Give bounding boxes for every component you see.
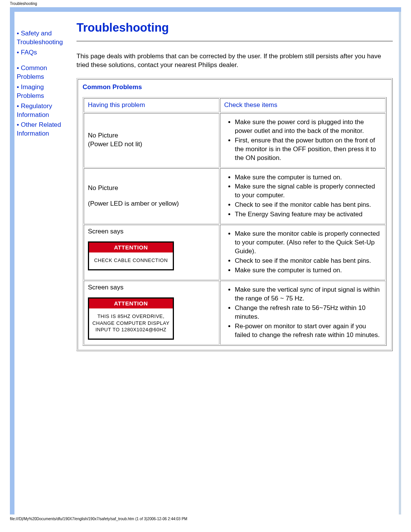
problems-grid: Having this problem Check these items No… (83, 97, 387, 346)
check-item: The Energy Saving feature may be activat… (235, 210, 381, 219)
problem-cell: Screen says ATTENTION CHECK CABLE CONNEC… (84, 225, 219, 280)
sidebar-item-regulatory[interactable]: • Regulatory Information (17, 102, 68, 120)
sidebar-nav: • Safety and Troubleshooting • FAQs • Co… (14, 12, 70, 140)
problem-cell: No Picture (Power LED not lit) (84, 113, 219, 168)
sidebar-item-safety[interactable]: • Safety and Troubleshooting (17, 29, 68, 47)
table-row: No Picture (Power LED is amber or yellow… (84, 168, 386, 224)
problem-line: No Picture (88, 184, 215, 193)
check-cell: Make sure the computer is turned on. Mak… (220, 168, 386, 224)
sidebar-item-common[interactable]: • Common Problems (17, 64, 68, 81)
problem-line: No Picture (88, 131, 215, 140)
sidebar-item-imaging[interactable]: • Imaging Problems (17, 83, 68, 101)
table-row: Screen says ATTENTION THIS IS 85HZ OVERD… (84, 281, 386, 345)
sidebar-link[interactable]: Common Problems (17, 64, 47, 80)
table-row: Screen says ATTENTION CHECK CABLE CONNEC… (84, 225, 386, 280)
header-row: Having this problem Check these items (84, 98, 386, 112)
attention-box: ATTENTION THIS IS 85HZ OVERDRIVE, CHANGE… (88, 297, 174, 340)
check-item: Make sure the monitor cable is properly … (235, 230, 381, 256)
check-cell: Make sure the monitor cable is properly … (220, 225, 386, 280)
scrollbar-stub[interactable] (399, 12, 401, 514)
section-title: Common Problems (83, 83, 387, 91)
sidebar-link[interactable]: FAQs (21, 49, 37, 56)
check-item: Make sure the computer is turned on. (235, 173, 381, 182)
sidebar-link[interactable]: Imaging Problems (17, 83, 44, 99)
check-item: Change the refresh rate to 56~75Hz withi… (235, 304, 381, 321)
check-item: Make sure the power cord is plugged into… (235, 118, 381, 136)
page-title: Troubleshooting (76, 21, 393, 35)
check-item: Make sure the signal cable is properly c… (235, 182, 381, 200)
check-item: Make sure the computer is turned on. (235, 266, 381, 275)
check-item: Make sure the vertical sync of input sig… (235, 286, 381, 303)
content-frame: • Safety and Troubleshooting • FAQs • Co… (10, 7, 401, 514)
check-item: Re-power on monitor to start over again … (235, 322, 381, 340)
sidebar-link[interactable]: Other Related Information (17, 121, 61, 137)
footer-path: file:///D|/My%20Documents/dfu/190X7/engl… (0, 514, 411, 524)
check-cell: Make sure the vertical sync of input sig… (220, 281, 386, 345)
attention-body: CHECK CABLE CONNECTION (89, 252, 173, 269)
check-item: Check to see if the monitor cable has be… (235, 201, 381, 209)
horizontal-rule (76, 41, 393, 42)
problem-line: Screen says (88, 283, 215, 292)
attention-box: ATTENTION CHECK CABLE CONNECTION (88, 241, 174, 270)
attention-body: THIS IS 85HZ OVERDRIVE, CHANGE COMPUTER … (89, 308, 173, 339)
problem-line: (Power LED not lit) (88, 140, 215, 149)
sidebar-link[interactable]: Safety and Troubleshooting (17, 30, 63, 46)
main-content: Troubleshooting This page deals with pro… (70, 12, 401, 351)
problem-line: Screen says (88, 227, 215, 236)
sidebar-item-faqs[interactable]: • FAQs (17, 48, 68, 57)
window-title: Troubleshooting (0, 0, 411, 7)
col-header-problem: Having this problem (84, 98, 219, 112)
sidebar-item-other[interactable]: • Other Related Information (17, 121, 68, 138)
problem-line: (Power LED is amber or yellow) (88, 200, 215, 208)
page-outer: • Safety and Troubleshooting • FAQs • Co… (10, 7, 401, 514)
problem-cell: No Picture (Power LED is amber or yellow… (84, 168, 219, 224)
problem-cell: Screen says ATTENTION THIS IS 85HZ OVERD… (84, 281, 219, 345)
check-item: First, ensure that the power button on t… (235, 136, 381, 163)
check-item: Check to see if the monitor cable has be… (235, 257, 381, 265)
col-header-check: Check these items (220, 98, 386, 112)
table-row: No Picture (Power LED not lit) Make sure… (84, 113, 386, 168)
common-problems-table: Common Problems Having this problem Chec… (76, 78, 393, 351)
intro-paragraph: This page deals with problems that can b… (76, 52, 393, 70)
attention-title: ATTENTION (89, 299, 173, 308)
check-cell: Make sure the power cord is plugged into… (220, 113, 386, 168)
attention-title: ATTENTION (89, 243, 173, 252)
sidebar-link[interactable]: Regulatory Information (17, 102, 52, 118)
